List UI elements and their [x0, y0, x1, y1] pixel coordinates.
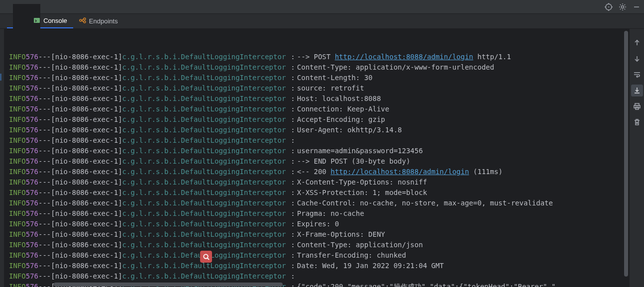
- log-line: INFO 576 --- [nio-8086-exec-1] c.g.l.r.s…: [9, 261, 629, 271]
- svg-rect-8: [34, 18, 40, 23]
- log-line: INFO 576 --- [nio-8086-exec-1] c.g.l.r.s…: [9, 271, 629, 282]
- scroll-to-end-button[interactable]: [631, 53, 643, 65]
- svg-line-13: [82, 20, 84, 22]
- log-line: INFO 576 --- [nio-8086-exec-1] c.g.l.r.s…: [9, 167, 629, 177]
- scrollbar-vertical[interactable]: [624, 29, 629, 282]
- svg-point-6: [622, 5, 624, 8]
- svg-point-14: [204, 254, 208, 258]
- log-line: INFO 576 --- [nio-8086-exec-1] c.g.l.r.s…: [9, 125, 629, 135]
- log-line: INFO 576 --- [nio-8086-exec-1] c.g.l.r.s…: [9, 94, 629, 104]
- gutter-mark: [0, 74, 1, 81]
- svg-line-15: [207, 258, 209, 259]
- svg-point-9: [80, 19, 82, 21]
- log-line: INFO 576 --- [nio-8086-exec-1] c.g.l.r.s…: [9, 83, 629, 94]
- search-icon: [203, 253, 210, 261]
- svg-point-10: [84, 18, 86, 20]
- title-toolbar: [0, 0, 644, 14]
- svg-point-1: [608, 6, 609, 7]
- scrollbar-thumb-vertical[interactable]: [624, 31, 628, 277]
- log-line: INFO 576 --- [nio-8086-exec-1] c.g.l.r.s…: [9, 250, 629, 261]
- clear-all-button[interactable]: [631, 116, 643, 128]
- log-line: INFO 576 --- [nio-8086-exec-1] c.g.l.r.s…: [9, 62, 629, 73]
- log-line: INFO 576 --- [nio-8086-exec-1] c.g.l.r.s…: [9, 240, 629, 250]
- log-line: INFO 576 --- [nio-8086-exec-1] c.g.l.r.s…: [9, 219, 629, 229]
- log-link[interactable]: http://localhost:8088/admin/login: [330, 168, 469, 176]
- tab-endpoints[interactable]: Endpoints: [73, 14, 124, 28]
- log-line: INFO 576 --- [nio-8086-exec-1] c.g.l.r.s…: [9, 104, 629, 114]
- log-link[interactable]: http://localhost:8088/admin/login: [335, 53, 473, 61]
- log-line: INFO 576 --- [nio-8086-exec-1] c.g.l.r.s…: [9, 114, 629, 125]
- find-in-console-badge[interactable]: [200, 251, 212, 263]
- log-line: INFO 576 --- [nio-8086-exec-1] c.g.l.r.s…: [9, 198, 629, 208]
- tab-console[interactable]: Console: [7, 14, 73, 28]
- log-line: INFO 576 --- [nio-8086-exec-1] c.g.l.r.s…: [9, 73, 629, 83]
- ide-tool-window: Console Endpoints INFO 576 --- [nio-8086…: [0, 0, 644, 287]
- log-line: INFO 576 --- [nio-8086-exec-1] c.g.l.r.s…: [9, 135, 629, 146]
- tab-console-label: Console: [43, 17, 67, 24]
- target-icon[interactable]: [603, 1, 614, 12]
- tool-window-tabs: Console Endpoints: [0, 14, 644, 29]
- console-action-bar: [629, 29, 644, 287]
- endpoints-icon: [79, 17, 86, 25]
- log-line: INFO 576 --- [nio-8086-exec-1] c.g.l.r.s…: [9, 146, 629, 156]
- log-line: INFO 576 --- [nio-8086-exec-1] c.g.l.r.s…: [9, 229, 629, 240]
- left-gutter: [0, 29, 4, 287]
- scrollbar-thumb-horizontal[interactable]: [54, 283, 283, 287]
- log-line: INFO 576 --- [nio-8086-exec-1] c.g.l.r.s…: [9, 52, 629, 62]
- svg-point-11: [84, 21, 86, 23]
- console-lines: INFO 576 --- [nio-8086-exec-1] c.g.l.r.s…: [9, 52, 629, 287]
- tab-endpoints-label: Endpoints: [89, 17, 118, 25]
- minimize-icon[interactable]: [631, 1, 642, 12]
- scrollbar-horizontal[interactable]: [4, 282, 629, 287]
- scroll-to-end-toggle[interactable]: [631, 85, 643, 96]
- log-line: INFO 576 --- [nio-8086-exec-1] c.g.l.r.s…: [9, 188, 629, 198]
- console-output[interactable]: INFO 576 --- [nio-8086-exec-1] c.g.l.r.s…: [4, 29, 629, 287]
- scroll-to-top-button[interactable]: [631, 37, 643, 49]
- print-button[interactable]: [631, 100, 643, 112]
- log-line: INFO 576 --- [nio-8086-exec-1] c.g.l.r.s…: [9, 177, 629, 188]
- soft-wrap-button[interactable]: [631, 69, 643, 81]
- log-line: INFO 576 --- [nio-8086-exec-1] c.g.l.r.s…: [9, 156, 629, 167]
- gear-icon[interactable]: [617, 1, 628, 12]
- log-line: INFO 576 --- [nio-8086-exec-1] c.g.l.r.s…: [9, 208, 629, 219]
- tool-window-body: INFO 576 --- [nio-8086-exec-1] c.g.l.r.s…: [0, 29, 644, 287]
